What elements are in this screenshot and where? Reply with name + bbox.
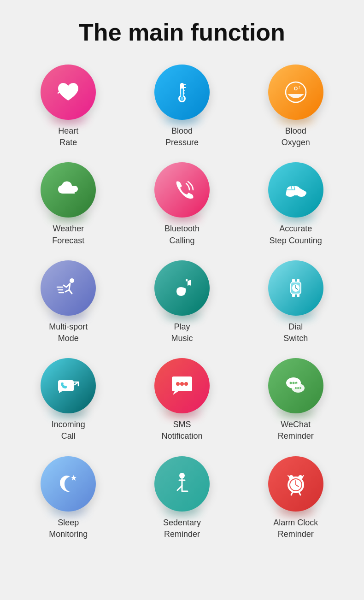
features-grid: HeartRate BloodPressure [16,65,348,540]
accurate-step-label: AccurateStep Counting [270,223,322,246]
incoming-call-icon-circle [41,358,96,413]
incoming-call-label: IncomingCall [52,419,85,442]
heart-rate-icon [54,78,82,106]
wechat-reminder-label: WeChatReminder [278,419,314,442]
feature-bluetooth-calling: BluetoothCalling [130,162,235,246]
svg-line-50 [291,492,293,495]
heart-rate-icon-circle [41,65,96,120]
incoming-call-icon [54,372,82,400]
svg-point-35 [292,382,294,384]
dial-switch-label: DialSwitch [283,321,308,344]
svg-point-30 [176,382,180,386]
feature-wechat-reminder: WeChatReminder [243,358,348,442]
feature-dial-switch: DialSwitch [243,260,348,344]
feature-incoming-call: IncomingCall [16,358,121,442]
feature-sleep-monitoring: SleepMonitoring [16,456,121,540]
feature-weather-forecast: WeatherForecast [16,162,121,246]
alarm-icon-circle [268,456,323,512]
heart-rate-label: HeartRate [58,125,78,148]
svg-text:2: 2 [299,86,300,89]
multi-sport-label: Multi-sportMode [49,321,88,344]
alarm-clock-label: Alarm ClockReminder [273,517,318,540]
bluetooth-calling-icon [168,176,196,204]
play-music-icon-circle [154,260,210,316]
dial-switch-icon [282,274,310,302]
feature-sedentary-reminder: SedentaryReminder [130,456,235,540]
svg-point-40 [299,387,301,389]
svg-rect-23 [292,294,295,297]
blood-oxygen-icon-circle: O 2 [268,65,323,120]
svg-point-14 [287,194,294,197]
bluetooth-calling-label: BluetoothCalling [164,223,200,246]
wechat-icon-circle [268,358,323,413]
page-title: The main function [79,18,285,46]
sedentary-icon-circle [154,456,210,512]
svg-point-32 [184,382,188,386]
svg-rect-21 [292,279,295,282]
weather-icon-circle [41,162,96,218]
feature-sms-notification: SMSNotification [130,358,235,442]
svg-point-10 [182,98,183,99]
accurate-step-icon-circle [268,162,323,218]
feature-blood-oxygen: O 2 BloodOxygen [243,65,348,148]
feature-multi-sport: Multi-sportMode [16,260,121,344]
sms-icon [168,372,196,400]
svg-point-16 [70,278,74,283]
svg-rect-24 [297,294,299,297]
svg-point-34 [289,382,292,384]
bluetooth-calling-icon-circle [154,162,210,218]
blood-pressure-icon [168,78,196,106]
feature-alarm-clock: Alarm ClockReminder [243,456,348,540]
blood-pressure-label: BloodPressure [165,125,199,148]
feature-blood-pressure: BloodPressure [130,65,235,148]
svg-point-38 [295,387,297,389]
svg-rect-22 [297,279,299,282]
svg-point-39 [297,387,299,389]
sms-icon-circle [154,358,210,413]
weather-icon [54,176,82,204]
play-music-icon [168,274,196,302]
svg-point-11 [286,82,306,102]
accurate-step-icon [282,176,310,204]
blood-pressure-icon-circle [154,65,210,120]
feature-play-music: PlayMusic [130,260,235,344]
multi-sport-icon [54,274,82,302]
svg-point-9 [181,98,182,99]
feature-heart-rate: HeartRate [16,65,121,148]
svg-text:O: O [294,86,298,91]
blood-oxygen-label: BloodOxygen [282,125,310,148]
feature-accurate-step: AccurateStep Counting [243,162,348,246]
svg-point-15 [298,194,305,197]
sedentary-icon [168,470,196,498]
wechat-icon [282,372,310,400]
svg-line-51 [299,492,300,495]
sms-notification-label: SMSNotification [161,419,202,442]
blood-oxygen-icon: O 2 [282,78,310,106]
sleep-monitoring-label: SleepMonitoring [49,517,88,540]
sleep-icon-circle [41,456,96,512]
sedentary-reminder-label: SedentaryReminder [163,517,201,540]
play-music-label: PlayMusic [171,321,193,344]
sleep-icon [54,470,82,498]
alarm-icon [282,470,310,498]
dial-switch-icon-circle [268,260,323,316]
multi-sport-icon-circle [41,260,96,316]
svg-point-42 [179,473,185,478]
weather-forecast-label: WeatherForecast [52,223,84,246]
svg-point-31 [180,382,184,386]
svg-marker-41 [71,475,76,481]
